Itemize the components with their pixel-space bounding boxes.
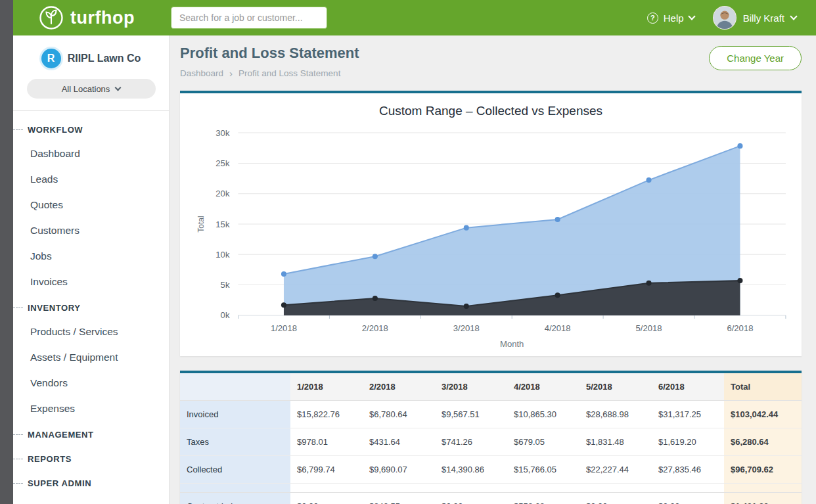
sidebar-section-label: MANAGEMENT <box>28 430 94 440</box>
table-col-4-2018: 4/2018 <box>507 373 579 401</box>
table-cell: $9,690.07 <box>363 456 435 484</box>
search-input[interactable] <box>171 7 327 29</box>
table-cell: $679.05 <box>507 428 579 456</box>
svg-text:25k: 25k <box>215 158 230 168</box>
table-cell: $6,780.64 <box>363 401 435 428</box>
sidebar-section-label: WORKFLOW <box>28 125 83 135</box>
pl-table-card: 1/20182/20183/20184/20185/20186/2018Tota… <box>180 371 802 504</box>
help-menu[interactable]: ? Help <box>647 12 694 24</box>
table-row-contract-labor: Contract Labor$0.00$842.55$0.00$558.68$0… <box>180 493 802 504</box>
svg-text:30k: 30k <box>215 128 230 138</box>
table-cell: $558.68 <box>507 493 579 504</box>
table-cell: $431.64 <box>363 428 435 456</box>
company-name: RIIPL Lawn Co <box>68 53 141 64</box>
chart-card: Custom Range – Collected vs Expenses 0k5… <box>180 91 802 356</box>
sidebar-item-quotes[interactable]: Quotes <box>13 192 169 218</box>
table-col-row-label <box>180 373 290 401</box>
turfhop-logo-icon <box>38 5 64 31</box>
user-menu[interactable]: Billy Kraft <box>713 6 796 30</box>
row-total: $6,280.64 <box>724 428 802 456</box>
location-selector[interactable]: All Locations <box>27 79 156 99</box>
sidebar-section-super-admin: SUPER ADMIN <box>13 470 169 494</box>
sidebar-section-label: SUPER ADMIN <box>28 478 91 488</box>
breadcrumb: Dashboard › Profit and Loss Statement <box>180 68 359 79</box>
spacer-cell <box>652 484 724 493</box>
left-edge-strip <box>0 0 13 504</box>
table-row-invoiced: Invoiced$15,822.76$6,780.64$9,567.51$10,… <box>180 401 802 428</box>
app-root: turfhop ? Help <box>0 0 816 504</box>
user-name: Billy Kraft <box>743 12 784 24</box>
brand-logo[interactable]: turfhop <box>13 5 170 31</box>
table-cell: $15,822.76 <box>290 401 363 428</box>
table-cell: $978.01 <box>290 428 363 456</box>
table-cell: $31,317.25 <box>652 401 724 428</box>
svg-text:0k: 0k <box>221 310 230 320</box>
company-selector[interactable]: R RIIPL Lawn Co <box>13 35 169 68</box>
sidebar-item-expenses[interactable]: Expenses <box>13 396 169 421</box>
row-label: Collected <box>180 456 290 484</box>
sidebar-item-assets-equipment[interactable]: Assets / Equipment <box>13 344 169 370</box>
page-header: Profit and Loss Statement Dashboard › Pr… <box>180 45 802 79</box>
sidebar-item-vendors[interactable]: Vendors <box>13 370 169 396</box>
spacer-cell <box>290 484 363 493</box>
sidebar-item-jobs[interactable]: Jobs <box>13 243 169 269</box>
sidebar-section-management: MANAGEMENT <box>13 421 169 446</box>
page-title: Profit and Loss Statement <box>180 45 359 62</box>
svg-text:1/2018: 1/2018 <box>271 323 297 333</box>
change-year-button[interactable]: Change Year <box>709 46 802 70</box>
table-col-3-2018: 3/2018 <box>435 373 507 401</box>
spacer-cell <box>724 484 802 493</box>
sidebar-section-reports: REPORTS <box>13 446 169 470</box>
company-badge: R <box>41 49 61 68</box>
sidebar-item-leads[interactable]: Leads <box>13 166 169 192</box>
table-col-6-2018: 6/2018 <box>652 373 724 401</box>
svg-text:Month: Month <box>500 339 524 349</box>
breadcrumb-dashboard[interactable]: Dashboard <box>180 68 223 78</box>
sidebar-item-invoices[interactable]: Invoices <box>13 269 169 294</box>
svg-text:10k: 10k <box>215 250 230 260</box>
sidebar-nav: WORKFLOWDashboardLeadsQuotesCustomersJob… <box>13 111 169 494</box>
topbar-right: ? Help Billy Kraft <box>647 6 816 30</box>
sidebar-item-dashboard[interactable]: Dashboard <box>13 141 169 166</box>
main-content: Profit and Loss Statement Dashboard › Pr… <box>170 35 816 504</box>
sidebar-item-customers[interactable]: Customers <box>13 218 169 243</box>
table-col-1-2018: 1/2018 <box>290 373 363 401</box>
svg-text:6/2018: 6/2018 <box>727 323 753 333</box>
help-label: Help <box>664 12 684 24</box>
pl-chart-svg: 0k5k10k15k20k25k30k1/20182/20183/20184/2… <box>187 122 795 352</box>
table-col-2-2018: 2/2018 <box>363 373 435 401</box>
svg-text:4/2018: 4/2018 <box>545 323 571 333</box>
chevron-down-icon <box>790 12 797 20</box>
row-label: Taxes <box>180 428 290 456</box>
table-col-total: Total <box>724 373 802 401</box>
table-cell: $15,766.05 <box>507 456 579 484</box>
table-body: Invoiced$15,822.76$6,780.64$9,567.51$10,… <box>180 401 802 504</box>
location-label: All Locations <box>62 84 110 94</box>
sidebar-section-label: REPORTS <box>28 454 72 464</box>
sidebar-item-products-services[interactable]: Products / Services <box>13 319 169 344</box>
table-cell: $6,799.74 <box>290 456 363 484</box>
chevron-down-icon <box>115 84 122 91</box>
pl-table: 1/20182/20183/20184/20185/20186/2018Tota… <box>180 373 802 504</box>
svg-text:3/2018: 3/2018 <box>453 323 480 333</box>
spacer-cell <box>180 484 290 493</box>
spacer-cell <box>507 484 579 493</box>
table-cell: $22,227.44 <box>579 456 652 484</box>
tree-dash-icon <box>13 308 23 308</box>
brand-name: turfhop <box>70 8 135 28</box>
table-section-spacer <box>180 484 802 493</box>
table-col-5-2018: 5/2018 <box>579 373 652 401</box>
sidebar: R RIIPL Lawn Co All Locations WORKFLOWDa… <box>13 35 170 504</box>
row-total: $103,042.44 <box>724 401 802 428</box>
svg-text:5k: 5k <box>221 280 230 290</box>
help-icon: ? <box>647 12 658 24</box>
chevron-down-icon <box>688 12 695 20</box>
user-avatar <box>713 6 737 30</box>
spacer-cell <box>435 484 507 493</box>
tree-dash-icon <box>13 129 23 130</box>
svg-text:2/2018: 2/2018 <box>362 323 388 333</box>
svg-text:20k: 20k <box>215 189 230 198</box>
tree-dash-icon <box>13 434 23 435</box>
table-cell: $27,835.46 <box>652 456 724 484</box>
sidebar-section-inventory: INVENTORY <box>13 294 169 319</box>
